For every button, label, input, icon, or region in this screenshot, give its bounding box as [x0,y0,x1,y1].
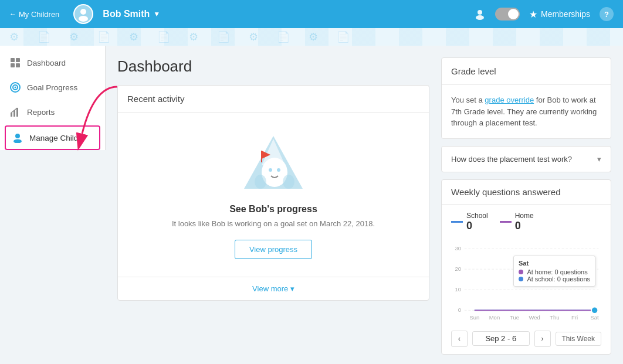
dropdown-caret-icon: ▼ [153,10,160,18]
pattern-icon-8: 📄 [217,30,230,43]
grade-level-text: You set a grade override for Bob to work… [451,94,601,129]
sidebar-item-dashboard[interactable]: Dashboard [0,50,105,75]
chart-legend: School 0 Home 0 [451,212,601,232]
svg-point-3 [478,10,482,15]
svg-text:20: 20 [455,266,462,272]
home-value: 0 [515,220,534,232]
accordion-caret-icon: ▾ [597,155,601,164]
svg-rect-14 [16,108,18,117]
pattern-icon-7: ⚙ [189,30,198,43]
grade-override-link[interactable]: grade override [485,96,534,104]
main-layout: Dashboard Goal Progress Reports Manage C… [0,46,623,364]
chart-area: 30 20 10 0 Sun Mon Tue Wed [451,238,601,326]
svg-text:Sun: Sun [469,314,479,321]
svg-point-42 [591,307,598,313]
sidebar-item-goal-label: Goal Progress [27,83,77,92]
svg-point-15 [15,134,20,138]
tooltip-school-dot [519,277,523,281]
svg-text:30: 30 [455,244,462,251]
chart-date-range: Sep 2 - 6 [472,331,530,346]
page-title: Dashboard [117,57,429,76]
toggle-switch[interactable] [495,8,520,21]
pattern-icon-11: ⚙ [309,30,318,43]
recent-activity-card: Recent activity [117,85,429,301]
this-week-button[interactable]: This Week [556,332,601,346]
home-label: Home [515,212,534,220]
svg-point-2 [79,16,88,22]
accordion-header[interactable]: How does the placement test work? ▾ [442,147,611,172]
pattern-icon-3: ⚙ [69,30,79,43]
avatar [73,4,93,24]
person-icon [474,8,486,20]
svg-text:Wed: Wed [529,314,540,321]
svg-point-25 [255,175,266,189]
svg-point-26 [283,175,294,189]
chart-navigation: ‹ Sep 2 - 6 › This Week [451,331,601,347]
username-dropdown[interactable]: Bob Smith ▼ [103,9,160,19]
svg-rect-6 [16,58,20,62]
view-more-chevron-icon: ▾ [290,284,294,293]
toggle-knob [508,9,519,19]
svg-rect-12 [11,113,12,117]
school-legend-line [451,221,463,223]
pattern-icon-5: ⚙ [129,30,138,43]
tooltip-home-dot [519,270,523,274]
svg-text:Thu: Thu [550,314,559,321]
sidebar-item-manage-label: Manage Child [29,134,78,142]
view-more-label: View more [252,284,288,293]
tooltip-home: At home: 0 questions [519,268,590,275]
sidebar: Dashboard Goal Progress Reports Manage C… [0,46,106,150]
activity-content: See Bob's progress It looks like Bob is … [118,113,429,277]
pattern-icon-9: ⚙ [249,30,258,43]
header-left: My Children Bob Smith ▼ [9,4,160,24]
dashboard-icon [9,57,21,69]
svg-text:Fri: Fri [571,314,578,321]
user-icon-btn[interactable] [474,8,486,20]
svg-point-21 [269,168,272,172]
right-panel: Grade level You set a grade override for… [441,46,623,364]
recent-activity-header: Recent activity [118,86,429,113]
my-children-link[interactable]: My Children [9,10,59,19]
svg-rect-8 [16,63,20,67]
target-icon [9,81,21,93]
view-progress-button[interactable]: View progress [235,240,312,259]
pattern-icon-2: 📄 [38,30,50,43]
mountain-illustration [238,130,309,195]
app-header: My Children Bob Smith ▼ Memberships ? [0,0,623,28]
school-value: 0 [466,220,488,232]
svg-rect-5 [11,58,15,62]
weekly-chart-body: School 0 Home 0 30 [442,205,611,354]
main-content: Dashboard Recent activity [106,46,441,364]
svg-point-16 [13,140,22,144]
help-button[interactable]: ? [600,7,614,21]
svg-text:Tue: Tue [510,314,519,321]
pattern-bar: ⚙ 📄 ⚙ 📄 ⚙ 📄 ⚙ 📄 ⚙ 📄 ⚙ 📄 [0,28,623,46]
tooltip-school: At school: 0 questions [519,275,590,283]
chart-prev-button[interactable]: ‹ [451,331,468,347]
placement-test-accordion[interactable]: How does the placement test work? ▾ [441,146,611,172]
sidebar-item-reports[interactable]: Reports [0,100,105,124]
pattern-icon-4: 📄 [97,30,110,43]
chart-tooltip: Sat At home: 0 questions At school: 0 qu… [513,256,595,287]
sidebar-item-manage-child[interactable]: Manage Child [5,125,100,150]
view-more-bar[interactable]: View more ▾ [118,277,429,300]
svg-point-1 [80,9,86,15]
grade-level-card: Grade level You set a grade override for… [441,57,611,139]
accordion-label: How does the placement test work? [451,155,572,164]
home-legend-line [500,221,512,223]
memberships-link[interactable]: Memberships [529,9,590,20]
person-manage-icon [12,132,23,144]
pattern-icon-10: 📄 [277,30,290,43]
weekly-chart-card: Weekly questions answered School 0 Home [441,179,611,355]
sidebar-item-goal-progress[interactable]: Goal Progress [0,75,105,100]
chart-icon [9,106,21,118]
pattern-icon-12: 📄 [337,30,350,43]
svg-point-11 [15,87,16,89]
tooltip-title: Sat [519,260,590,267]
svg-point-4 [476,15,484,20]
chart-next-button[interactable]: › [534,331,551,347]
pattern-icon-6: 📄 [157,30,170,43]
sidebar-item-reports-label: Reports [27,108,55,117]
svg-text:Mon: Mon [489,314,500,321]
svg-text:10: 10 [455,286,462,292]
